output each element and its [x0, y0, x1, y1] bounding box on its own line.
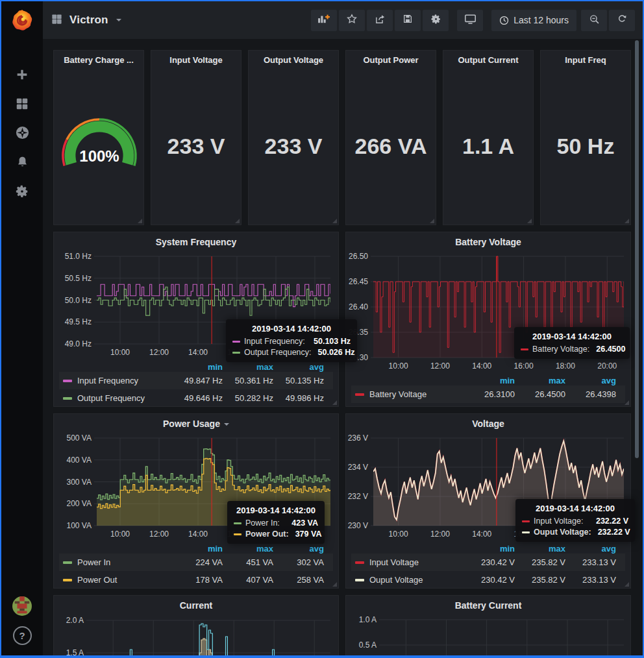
series-color-dash: [521, 348, 528, 350]
tooltip-series-label: Battery Voltage:: [532, 345, 589, 354]
panel-output-current: Output Current 1.1 A: [443, 50, 534, 225]
resize-handle[interactable]: [625, 582, 629, 587]
legend-value: 407 VA: [223, 575, 273, 585]
legend-header-min[interactable]: min: [172, 362, 223, 372]
tooltip-row: Input Voltage:232.22 V: [522, 517, 628, 526]
tooltip-series-value: 26.4500: [589, 345, 625, 354]
star-button[interactable]: [339, 10, 365, 31]
tooltip-series-label: Input Frequency:: [244, 337, 305, 346]
legend-header-max[interactable]: max: [223, 544, 273, 554]
tv-mode-button[interactable]: [457, 10, 483, 31]
legend-header-min[interactable]: min: [464, 544, 515, 554]
tooltip-row: Power Out:379 VA: [234, 530, 318, 539]
svg-text:16:00: 16:00: [514, 361, 534, 371]
resize-handle[interactable]: [138, 219, 142, 223]
sidebar-item-configuration[interactable]: [1, 178, 43, 207]
sidebar-item-alerting[interactable]: [1, 149, 43, 178]
sidebar-item-explore[interactable]: [1, 119, 43, 149]
sidebar-menu: [1, 61, 43, 207]
legend-header-max[interactable]: max: [223, 362, 273, 372]
resize-handle[interactable]: [625, 400, 629, 405]
legend-row[interactable]: Output Frequency49.646 Hz50.282 Hz49.986…: [59, 389, 333, 407]
time-picker-button[interactable]: Last 12 hours: [491, 10, 576, 31]
legend-value: 178 VA: [172, 575, 223, 585]
navbar: Victron Last 12 hours: [43, 1, 643, 39]
svg-text:232 V: 232 V: [348, 492, 368, 501]
series-color-dash: [63, 561, 72, 564]
svg-text:236 V: 236 V: [348, 433, 368, 443]
legend-header-min[interactable]: min: [464, 376, 515, 385]
refresh-button[interactable]: [609, 10, 635, 31]
tooltip-series-label: Power Out:: [245, 530, 289, 539]
tooltip-series-label: Power In:: [245, 518, 280, 528]
legend-row[interactable]: Input Voltage230.42 V235.82 V233.13 V: [351, 554, 625, 571]
svg-text:14:00: 14:00: [188, 348, 208, 357]
legend-row[interactable]: Input Frequency49.847 Hz50.361 Hz50.135 …: [59, 372, 333, 389]
svg-text:18:00: 18:00: [556, 361, 575, 371]
clock-icon: [499, 16, 509, 25]
legend-header-avg[interactable]: avg: [565, 376, 616, 385]
legend-header-avg[interactable]: avg: [565, 544, 616, 554]
svg-text:14:00: 14:00: [472, 361, 491, 371]
dashboard-grid-icon[interactable]: [51, 13, 63, 28]
tooltip-timestamp: 2019-03-14 14:42:00: [234, 506, 318, 515]
legend-header-min[interactable]: min: [172, 544, 223, 554]
series-color-dash: [234, 522, 242, 524]
resize-handle[interactable]: [430, 219, 434, 223]
legend-value: 230.42 V: [464, 557, 515, 567]
sidebar-item-dashboards[interactable]: [1, 90, 43, 119]
legend-series-name: Power Out: [77, 575, 117, 585]
tv-icon: [464, 14, 477, 27]
resize-handle[interactable]: [332, 219, 337, 223]
gear-icon: [430, 14, 441, 27]
legend-value: 258 VA: [273, 575, 324, 585]
scrollbar-thumb[interactable]: [635, 40, 639, 458]
add-panel-button[interactable]: [311, 10, 337, 31]
legend-header-avg[interactable]: avg: [273, 362, 324, 372]
legend-row[interactable]: Battery Voltage26.310026.450026.4398: [351, 385, 625, 403]
share-button[interactable]: [367, 10, 393, 31]
legend-header-max[interactable]: max: [515, 544, 565, 554]
tooltip-series-value: 232.22 V: [589, 517, 628, 526]
resize-handle[interactable]: [235, 219, 240, 223]
svg-text:400 VA: 400 VA: [67, 456, 92, 465]
svg-text:12:00: 12:00: [149, 348, 169, 357]
zoom-out-button[interactable]: [581, 10, 607, 31]
refresh-icon: [617, 14, 627, 27]
legend-value: 49.646 Hz: [172, 393, 223, 403]
resize-handle[interactable]: [332, 582, 337, 587]
avatar[interactable]: [12, 596, 32, 616]
svg-text:14:00: 14:00: [188, 530, 208, 539]
tooltip-row: Ouput Voltage:232.22 V: [522, 528, 628, 537]
svg-text:300 VA: 300 VA: [67, 478, 92, 487]
sidebar-item-create[interactable]: [1, 61, 43, 90]
save-button[interactable]: [395, 10, 421, 31]
svg-text:26.40: 26.40: [349, 302, 368, 311]
legend-value: 50.282 Hz: [223, 393, 273, 403]
grafana-logo[interactable]: [1, 1, 43, 39]
legend-value: 49.847 Hz: [172, 376, 223, 385]
dashboard-title[interactable]: Victron: [69, 14, 108, 27]
legend-series-name: Output Frequency: [77, 393, 145, 403]
resize-handle[interactable]: [527, 219, 532, 223]
legend-row[interactable]: Power In224 VA451 VA302 VA: [59, 554, 333, 571]
panel-current: Current2.0 A1.5 A: [53, 595, 339, 658]
resize-handle[interactable]: [332, 400, 337, 405]
legend-header-avg[interactable]: avg: [273, 544, 324, 554]
legend-row[interactable]: Power Out178 VA407 VA258 VA: [59, 571, 333, 589]
resize-handle[interactable]: [625, 219, 629, 223]
panel-settings-button[interactable]: [423, 10, 449, 31]
legend-value: 49.986 Hz: [273, 393, 324, 403]
tooltip-timestamp: 2019-03-14 14:42:00: [522, 504, 628, 513]
legend-value: 26.4398: [565, 389, 616, 399]
bell-icon: [16, 155, 29, 171]
tooltip-series-value: 232.22 V: [591, 528, 630, 537]
svg-text:51.0 Hz: 51.0 Hz: [65, 252, 92, 261]
legend-header-max[interactable]: max: [515, 376, 565, 385]
legend-value: 230.42 V: [464, 575, 515, 585]
help-icon[interactable]: ?: [13, 626, 32, 645]
legend: minmaxavgPower In224 VA451 VA302 VAPower…: [59, 544, 333, 589]
legend-value: 26.4500: [515, 389, 565, 399]
legend: minmaxavgInput Voltage230.42 V235.82 V23…: [351, 544, 625, 589]
legend-row[interactable]: Ouput Voltage230.42 V235.82 V233.13 V: [351, 571, 625, 589]
